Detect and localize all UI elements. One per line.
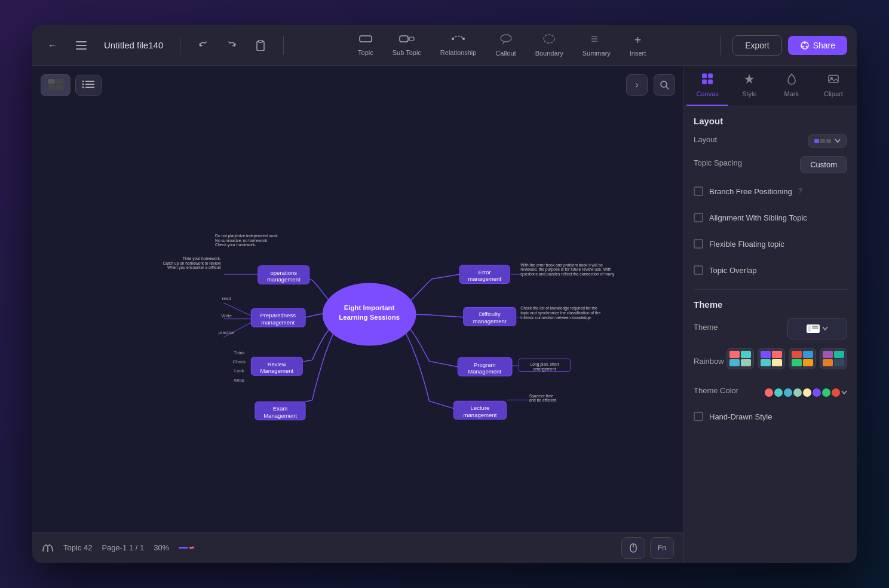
r3-c1: [792, 351, 802, 358]
tab-style[interactable]: Style: [728, 66, 770, 106]
branch-free-label: Branch Free Positioning: [709, 187, 792, 196]
tab-mark[interactable]: Mark: [771, 66, 813, 106]
checkbox-overlap: Topic Overlap: [694, 261, 847, 280]
branch-free-checkbox[interactable]: [694, 186, 703, 196]
plg-note2: No summarize, no homework.: [215, 238, 268, 243]
app-window: ← Untitled file140: [32, 25, 857, 563]
svg-point-18: [805, 45, 807, 47]
swatch-3[interactable]: [784, 388, 792, 397]
hand-drawn-checkbox[interactable]: [694, 412, 703, 421]
r3-c4: [803, 359, 813, 366]
flexible-label: Flexible Floating topic: [709, 240, 784, 249]
node-review-text2: Management: [260, 368, 293, 374]
tool-topic[interactable]: Topic: [350, 30, 382, 60]
layout-section-title: Layout: [694, 116, 847, 126]
swatch-4[interactable]: [793, 388, 802, 397]
mark-tab-label: Mark: [784, 90, 798, 97]
export-button[interactable]: Export: [732, 35, 781, 56]
rainbow-row: Rainbow: [694, 348, 847, 378]
topbar: ← Untitled file140: [32, 25, 857, 66]
swatch-6[interactable]: [813, 388, 821, 397]
back-button[interactable]: ←: [42, 35, 63, 56]
dot3: [826, 139, 831, 143]
overlap-label: Topic Overlap: [709, 266, 756, 275]
squeeze-text2: and be efficient: [529, 398, 556, 402]
hand-drawn-row: Hand-Drawn Style: [694, 407, 847, 426]
boundary-icon: [542, 33, 556, 47]
tool-boundary[interactable]: Boundary: [527, 30, 572, 60]
theme-row: Theme: [694, 318, 847, 339]
overlap-checkbox[interactable]: [694, 265, 703, 275]
layout-select[interactable]: [808, 134, 847, 148]
r2-c4: [772, 359, 782, 366]
tab-clipart[interactable]: Clipart: [813, 66, 854, 106]
node-program-text1: Program: [474, 362, 496, 368]
mindmap-container: Eight Important Learning Sessions operat…: [32, 66, 683, 563]
layout-label: Layout: [694, 135, 717, 144]
checkbox-flexible: Flexible Floating topic: [694, 234, 847, 253]
tool-summary[interactable]: Summary: [574, 30, 619, 60]
undo-button[interactable]: [192, 35, 214, 56]
rainbow-2[interactable]: [758, 348, 785, 369]
svg-rect-5: [360, 36, 372, 42]
topic-icon: [359, 34, 372, 47]
tool-subtopic[interactable]: Sub Topic: [384, 30, 430, 60]
share-button[interactable]: Share: [788, 36, 847, 55]
mini-box-1: [808, 326, 811, 332]
tab-canvas[interactable]: Canvas: [686, 66, 728, 106]
rainbow-4[interactable]: [820, 348, 847, 369]
rainbow-1[interactable]: [726, 348, 754, 369]
svg-rect-6: [400, 36, 408, 42]
help-icon-branch[interactable]: ?: [798, 187, 802, 195]
r2-c3: [761, 359, 771, 366]
tool-relationship[interactable]: Relationship: [432, 30, 485, 60]
canvas-area[interactable]: ›: [32, 66, 683, 563]
topic-label: Topic: [358, 49, 373, 56]
section-divider-1: [694, 289, 847, 290]
svg-point-11: [544, 35, 554, 43]
topic-spacing-row: Topic Spacing Custom: [694, 156, 847, 173]
r3-c3: [792, 359, 802, 366]
svg-rect-38: [829, 75, 838, 82]
layout-row: Layout: [694, 134, 847, 148]
alignment-checkbox[interactable]: [694, 213, 703, 222]
swatch-1[interactable]: [765, 388, 773, 397]
tool-callout[interactable]: Callout: [487, 30, 524, 60]
fn-button[interactable]: Fn: [650, 537, 674, 559]
theme-color-row: Theme Color: [694, 386, 847, 399]
menu-button[interactable]: [70, 35, 92, 56]
tool-insert[interactable]: + Insert: [621, 30, 655, 60]
color-chevron-icon[interactable]: [841, 390, 847, 395]
node-difficulty-text1: Difficulty: [479, 311, 501, 317]
main-area: ›: [32, 66, 857, 563]
center-text-line2: Learning Sessions: [339, 314, 400, 321]
svg-rect-0: [76, 41, 87, 42]
node-lecture-text1: Lecture: [471, 405, 490, 411]
relationship-label: Relationship: [440, 49, 477, 56]
swatch-5[interactable]: [803, 388, 811, 397]
mouse-button[interactable]: [621, 537, 645, 559]
svg-rect-7: [409, 37, 414, 41]
swatch-7[interactable]: [822, 388, 830, 397]
redo-button[interactable]: [221, 35, 243, 56]
insert-icon: +: [634, 33, 642, 47]
r1-c3: [729, 359, 740, 366]
svg-rect-2: [76, 48, 87, 50]
divider-actions: [720, 36, 721, 55]
svg-rect-1: [76, 45, 87, 46]
right-panel: Canvas Style Mark: [683, 66, 857, 563]
swatch-2[interactable]: [774, 388, 783, 397]
flexible-checkbox[interactable]: [694, 239, 703, 249]
node-lecture-text2: management: [464, 412, 497, 418]
rainbow-3[interactable]: [789, 348, 816, 369]
clipboard-button[interactable]: [250, 35, 271, 56]
swatch-8[interactable]: [832, 388, 840, 397]
svg-point-9: [462, 38, 465, 40]
checkbox-branch-free: Branch Free Positioning ?: [694, 182, 847, 201]
write-label: Write: [221, 313, 232, 318]
theme-preview[interactable]: [787, 318, 847, 339]
check-label: Check: [232, 359, 246, 365]
bottombar: Topic 42 Page-1 1 / 1 30% Fn: [32, 532, 683, 563]
subtopic-label: Sub Topic: [393, 49, 421, 56]
book-button[interactable]: [42, 543, 54, 553]
